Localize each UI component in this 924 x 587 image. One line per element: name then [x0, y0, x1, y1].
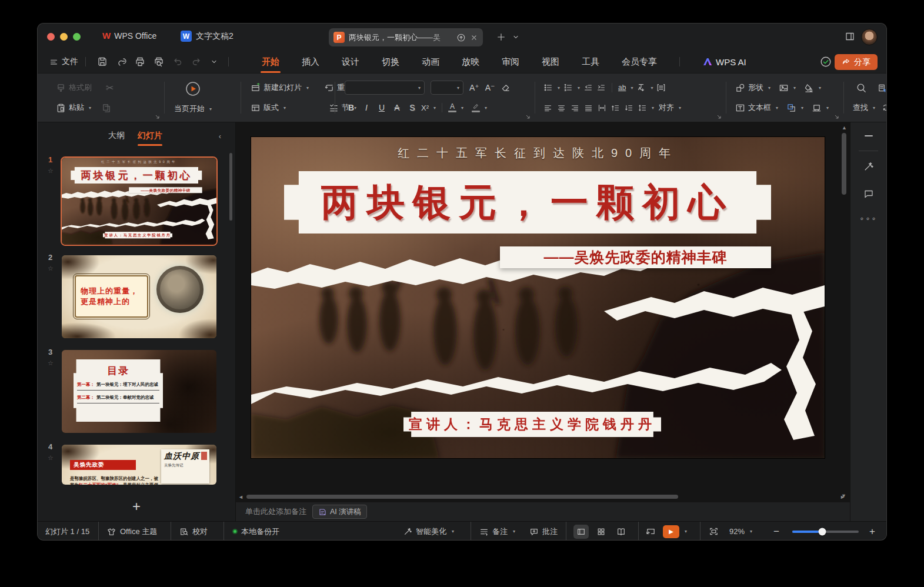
ai-script-button[interactable]: AI 演讲稿 [312, 505, 367, 519]
numbering-button[interactable]: ▾ [563, 83, 580, 92]
local-backup-status[interactable]: 本地备份开 [232, 522, 279, 540]
tab-presentation-active[interactable]: P 两块银元，一颗初心——吴 [329, 28, 483, 46]
horizontal-scrollbar[interactable]: ◄ ► [238, 493, 838, 500]
increase-font-button[interactable]: A⁺ [469, 83, 479, 92]
minimize-button[interactable] [60, 33, 68, 41]
clear-format-button[interactable] [501, 83, 511, 93]
comments-panel-icon[interactable] [850, 188, 886, 199]
sidebar-toggle-icon[interactable] [845, 31, 855, 42]
add-slide-button[interactable]: + [38, 496, 235, 516]
paste-button[interactable]: 粘贴▾ [56, 102, 91, 113]
print-button[interactable] [135, 56, 145, 67]
undo-button[interactable] [172, 56, 183, 67]
tab-list-chevron-icon[interactable] [512, 33, 520, 41]
slide1-star-icon[interactable]: ☆ [48, 167, 54, 175]
close-button[interactable] [47, 33, 55, 41]
search-button[interactable] [856, 82, 867, 94]
format-painter-button[interactable]: 格式刷 [56, 82, 92, 93]
bold-button[interactable]: B [345, 103, 358, 112]
strikethrough-button[interactable]: A [391, 103, 403, 112]
redo-button[interactable] [191, 56, 202, 67]
slideshow-play-button[interactable]: ▶ ▾ [663, 522, 687, 540]
theme-button[interactable]: Office 主题 [107, 522, 157, 540]
tab-membership[interactable]: 会员专享 [622, 56, 657, 68]
copy-button[interactable] [102, 103, 112, 113]
slide4-star-icon[interactable]: ☆ [48, 454, 54, 462]
scroll-left-icon[interactable]: ◄ [238, 494, 243, 500]
shapes-button[interactable]: 形状▾ [735, 82, 770, 93]
highlight-button[interactable]: ▾ [472, 103, 487, 112]
slide2-star-icon[interactable]: ☆ [48, 265, 54, 272]
replace-button[interactable]: ▾ [881, 103, 886, 112]
zoom-slider-track[interactable] [792, 531, 859, 533]
reading-view-button[interactable] [613, 525, 629, 539]
quickbar-chevron-icon[interactable] [210, 58, 218, 66]
clipboard-dialog-launcher-icon[interactable] [155, 115, 160, 119]
vertical-scrollbar-thumb[interactable] [842, 133, 846, 195]
collapse-panel-icon[interactable]: ‹ [219, 132, 221, 141]
print-preview-button[interactable] [154, 56, 164, 67]
line-spacing-button[interactable]: ▾ [638, 104, 654, 112]
file-menu[interactable]: 文件 [49, 56, 78, 67]
align-center-button[interactable] [557, 104, 566, 112]
scroll-up-icon[interactable]: ▲ [842, 125, 847, 131]
normal-view-button[interactable] [573, 525, 589, 539]
tab-animation[interactable]: 动画 [422, 56, 439, 68]
close-tab-icon[interactable] [470, 34, 478, 42]
justify-button[interactable] [584, 104, 593, 112]
align-left-button[interactable] [543, 104, 552, 112]
share-button[interactable]: 分享 [835, 54, 878, 70]
tab-insert[interactable]: 插入 [302, 56, 319, 68]
user-avatar[interactable] [861, 29, 878, 45]
text-direction-button[interactable]: ▾ [636, 83, 653, 92]
play-slideshow-button[interactable] [185, 81, 201, 96]
tab-slides[interactable]: 幻灯片 [138, 131, 162, 141]
align-objects-button[interactable]: 对齐▾ [659, 102, 681, 113]
italic-button[interactable]: I [360, 103, 373, 112]
notes-placeholder[interactable]: 单击此处添加备注 [245, 506, 306, 517]
tab-design[interactable]: 设计 [342, 56, 359, 68]
increase-indent-button[interactable] [596, 83, 606, 92]
decrease-indent-button[interactable] [583, 83, 593, 92]
textbox-button[interactable]: 文本框▾ [735, 102, 778, 113]
sync-upload-icon[interactable] [456, 33, 466, 42]
smart-beautify-panel-icon[interactable] [850, 161, 886, 172]
play-from-current-button[interactable]: 当页开始▾ [174, 104, 212, 114]
merge-shapes-button[interactable]: ▾ [786, 103, 803, 113]
tab-outline[interactable]: 大纲 [108, 131, 125, 141]
shape-outline-button[interactable]: ▾ [812, 103, 829, 113]
text-shadow-button[interactable]: S [406, 103, 419, 112]
slide-thumbnail-3[interactable]: 目录 第一幕： 第一块银元：埋下对人民的忠诚 第二幕： 第二块银元：奉献对党的忠… [62, 350, 216, 433]
slide3-star-icon[interactable]: ☆ [48, 359, 54, 367]
superscript-button[interactable]: X²▾ [421, 104, 436, 112]
horizontal-scrollbar-thumb[interactable] [246, 495, 678, 499]
paragraph-layout-button[interactable] [656, 83, 666, 92]
tab-slideshow[interactable]: 放映 [462, 56, 479, 68]
font-dialog-launcher-icon[interactable] [526, 115, 531, 119]
paragraph-dialog-launcher-icon[interactable] [717, 115, 722, 119]
slide-thumbnail-2[interactable]: 物理上的重量，更是精神上的 [62, 255, 216, 338]
slide-thumbnail-1[interactable]: 红二十五军长征到达陕北90周年 两块银元，一颗初心 ——吴焕先政委的精神丰碑 宣… [62, 158, 216, 245]
layout-button[interactable]: 版式▾ [251, 102, 286, 113]
font-size-select[interactable]: ▾ [431, 81, 463, 95]
tab-tools[interactable]: 工具 [582, 56, 599, 68]
cloud-saved-icon[interactable] [820, 56, 832, 70]
tab-view[interactable]: 视图 [542, 56, 559, 68]
zoom-out-button[interactable]: − [773, 522, 779, 540]
smart-beautify-button[interactable]: 智能美化▾ [403, 522, 454, 540]
selection-pane-button[interactable]: ▾ [878, 83, 886, 93]
more-panels-icon[interactable]: ∘∘∘ [850, 214, 886, 223]
tab-wps-ai[interactable]: WPS AI [702, 57, 746, 67]
underline-button[interactable]: U [375, 103, 388, 112]
scroll-right-icon[interactable]: ► [840, 494, 845, 500]
fit-slide-button[interactable] [709, 522, 719, 540]
tab-review[interactable]: 审阅 [502, 56, 519, 68]
shapes-dialog-launcher-icon[interactable] [835, 115, 839, 119]
distribute-button[interactable] [598, 104, 606, 112]
slide-sorter-view-button[interactable] [593, 525, 609, 539]
save-button[interactable] [97, 56, 108, 67]
notes-button[interactable]: 备注▾ [479, 522, 515, 540]
cast-button[interactable] [646, 522, 656, 540]
collapse-ribbon-icon[interactable] [850, 135, 886, 136]
picture-button[interactable]: ▾ [779, 83, 796, 93]
